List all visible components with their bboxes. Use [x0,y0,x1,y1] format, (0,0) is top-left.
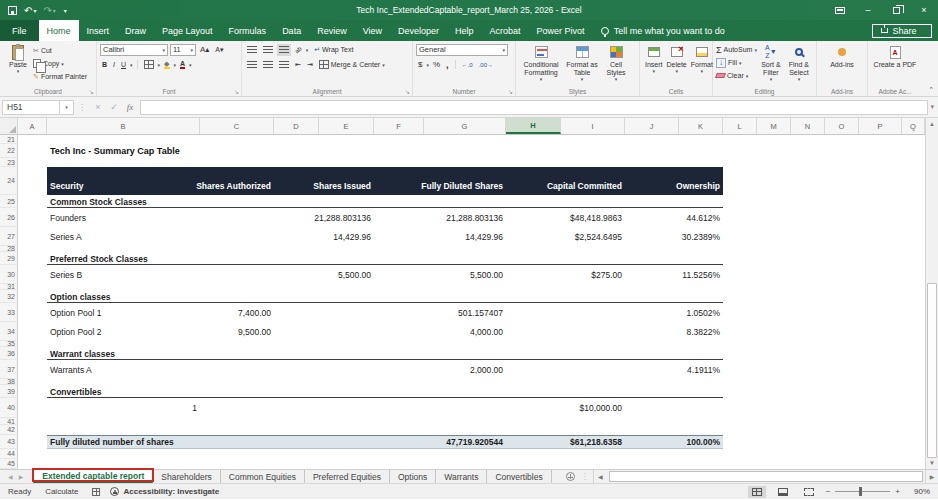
cell-K24[interactable]: Ownership [679,167,723,195]
accessibility-status[interactable]: Accessibility: Investigate [123,487,219,496]
cell-B32[interactable]: Option classes [47,290,110,303]
decrease-font-icon[interactable]: A▾ [213,44,225,56]
cell-G30[interactable]: 5,500.00 [424,265,506,284]
column-header-b[interactable]: B [47,118,200,134]
font-family-select[interactable]: Calibri▾ [100,44,168,56]
cell-B25[interactable]: Common Stock Classes [47,195,147,208]
cell-B27[interactable]: Series A [47,227,82,246]
alignment-dialog-launcher-icon[interactable]: ↘ [405,88,410,95]
cell-K30[interactable]: 11.5256% [679,265,723,284]
row-header-41[interactable]: 41 [0,418,18,425]
cell-I27[interactable]: $2,524.6495 [561,227,625,246]
column-header-a[interactable]: A [18,118,47,134]
formula-input[interactable] [140,100,928,115]
horizontal-scrollbar[interactable]: ◀ ▶ [593,470,938,483]
increase-decimal-icon[interactable]: ←.0 [460,59,475,71]
align-bottom-icon[interactable] [277,44,291,56]
increase-indent-icon[interactable]: ⇥ [305,59,315,71]
cell-C33[interactable]: 7,400.00 [200,303,274,322]
copy-button[interactable]: Copy▾ [33,57,87,70]
cell-K34[interactable]: 8.3822% [679,322,723,341]
vertical-scrollbar[interactable]: ▲ ▼ [925,118,938,469]
orientation-icon[interactable]: ab [290,41,306,57]
scroll-left-icon[interactable]: ◀ [594,470,607,483]
align-left-icon[interactable] [245,59,259,71]
number-format-select[interactable]: General▾ [416,44,508,56]
row-header-26[interactable]: 26 [0,208,18,227]
autosum-button[interactable]: ΣAutoSum▾ [716,43,757,56]
name-box[interactable]: H51 [2,100,60,115]
column-header-q[interactable]: Q [902,118,925,134]
row-header-25[interactable]: 25 [0,195,18,208]
column-header-n[interactable]: N [791,118,825,134]
share-button[interactable]: Share ▾ [872,24,932,38]
cell-B36[interactable]: Warrant classes [47,347,115,360]
cell-K43[interactable]: 100.00% [679,435,723,449]
sheet-tab-warrants[interactable]: Warrants [436,470,487,483]
cell-I30[interactable]: $275.00 [561,265,625,284]
create-pdf-button[interactable]: Create a PDF [871,43,919,86]
ribbon-tab-developer[interactable]: Developer [390,20,447,41]
cell-I40[interactable]: $10,000.00 [561,398,625,418]
cell-styles-button[interactable]: Cell Styles▾ [601,43,631,86]
normal-view-icon[interactable] [748,486,766,498]
column-header-m[interactable]: M [757,118,791,134]
cell-B39[interactable]: Convertibles [47,385,102,398]
sheet-tab-common-equities[interactable]: Common Equities [221,470,305,483]
column-header-g[interactable]: G [424,118,506,134]
format-as-table-button[interactable]: Format as Table▾ [563,43,601,86]
restore-button[interactable] [882,0,910,20]
column-header-j[interactable]: J [625,118,679,134]
cell-E30[interactable]: 5,500.00 [319,265,374,284]
column-header-f[interactable]: F [374,118,424,134]
cancel-formula-icon[interactable]: × [90,102,106,112]
macro-record-icon[interactable] [92,488,100,496]
column-header-h[interactable]: H [506,118,561,134]
tell-me-box[interactable]: Tell me what you want to do [601,20,725,41]
number-dialog-launcher-icon[interactable]: ↘ [508,88,513,95]
row-header-45[interactable]: 45 [0,459,18,469]
cell-G33[interactable]: 501.157407 [424,303,506,322]
ribbon-tab-home[interactable]: Home [39,20,79,41]
cell-G34[interactable]: 4,000.00 [424,322,506,341]
row-header-23[interactable]: 23 [0,158,18,167]
cell-B22[interactable]: Tech Inc - Summary Cap Table [47,144,180,158]
ribbon-tab-page-layout[interactable]: Page Layout [154,20,221,41]
undo-icon[interactable]: ↶▾ [24,5,36,16]
column-header-p[interactable]: P [859,118,902,134]
redo-icon[interactable]: ↷▾ [43,5,55,16]
format-cells-button[interactable]: Format▾ [689,43,715,86]
cell-K37[interactable]: 4.1911% [679,360,723,379]
borders-icon[interactable] [142,59,156,71]
row-header-21[interactable]: 21 [0,135,18,144]
cell-E27[interactable]: 14,429.96 [319,227,374,246]
minimize-button[interactable]: – [854,0,882,20]
find-select-button[interactable]: Find & Select▾ [785,43,813,86]
sheet-tab-extended-captable-report[interactable]: Extended captable report [33,470,153,483]
column-header-e[interactable]: E [319,118,374,134]
sheet-tab-options[interactable]: Options [390,470,436,483]
cell-G26[interactable]: 21,288.803136 [424,208,506,227]
next-sheet-icon[interactable]: ▶ [19,473,24,480]
expand-formula-bar-icon[interactable]: ▾ [930,103,934,111]
cell-G43[interactable]: 47,719.920544 [424,435,506,449]
row-header-39[interactable]: 39 [0,385,18,398]
cell-I24[interactable]: Capital Committed [561,167,625,195]
ribbon-tab-file[interactable]: File [0,20,39,41]
zoom-in-icon[interactable]: + [895,487,900,496]
sort-filter-button[interactable]: AZ▼ Sort & Filter▾ [757,43,785,86]
collapse-ribbon-icon[interactable]: ⌃ [928,86,934,94]
ribbon-tab-formulas[interactable]: Formulas [221,20,275,41]
zoom-slider[interactable] [835,491,890,492]
cell-G37[interactable]: 2,000.00 [424,360,506,379]
cell-C34[interactable]: 9,500.00 [200,322,274,341]
percent-format-icon[interactable]: % [431,59,442,71]
zoom-out-icon[interactable]: − [826,487,831,496]
cell-B33[interactable]: Option Pool 1 [47,303,102,322]
increase-font-icon[interactable]: A▴ [198,44,211,56]
cell-B30[interactable]: Series B [47,265,82,284]
fill-button[interactable]: ↓Fill▾ [716,56,757,69]
vertical-scroll-thumb[interactable] [927,283,937,458]
column-header-o[interactable]: O [825,118,859,134]
insert-function-icon[interactable]: fx [122,102,138,112]
